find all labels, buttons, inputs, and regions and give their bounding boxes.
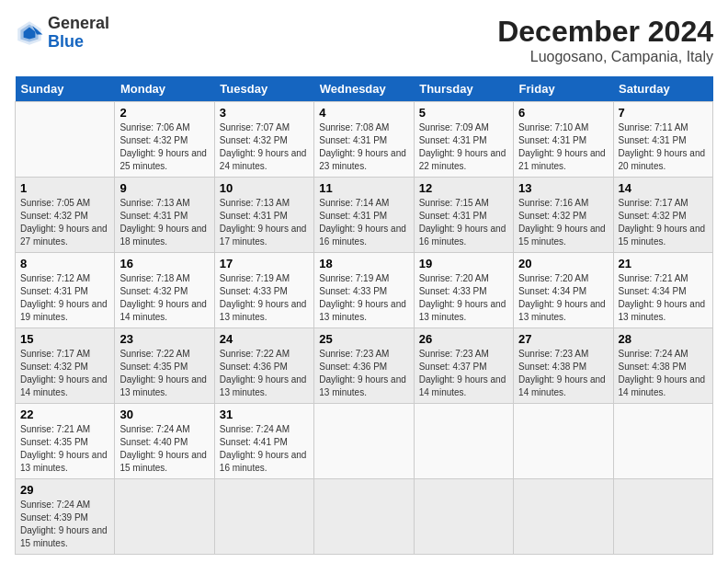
day-detail: Sunrise: 7:13 AMSunset: 4:31 PMDaylight:… [119, 198, 207, 247]
day-detail: Sunrise: 7:12 AMSunset: 4:31 PMDaylight:… [20, 273, 108, 322]
calendar-day-cell: 17 Sunrise: 7:19 AMSunset: 4:33 PMDaylig… [214, 253, 313, 328]
day-detail: Sunrise: 7:23 AMSunset: 4:36 PMDaylight:… [319, 349, 406, 397]
day-number: 29 [20, 483, 109, 497]
col-sunday: Sunday [16, 76, 115, 102]
day-number: 11 [319, 181, 408, 195]
calendar-day-cell: 12 Sunrise: 7:15 AMSunset: 4:31 PMDaylig… [414, 178, 513, 253]
day-detail: Sunrise: 7:19 AMSunset: 4:33 PMDaylight:… [220, 273, 307, 322]
day-detail: Sunrise: 7:24 AMSunset: 4:38 PMDaylight:… [619, 349, 706, 397]
calendar-week-row: 8 Sunrise: 7:12 AMSunset: 4:31 PMDayligh… [16, 253, 713, 328]
day-number: 27 [518, 332, 608, 346]
day-number: 8 [20, 257, 109, 270]
day-number: 15 [20, 332, 109, 346]
calendar-day-cell: 21 Sunrise: 7:21 AMSunset: 4:34 PMDaylig… [613, 253, 712, 328]
col-monday: Monday [115, 76, 214, 102]
calendar-day-cell [115, 479, 214, 555]
day-number: 12 [419, 181, 508, 195]
calendar-day-cell: 10 Sunrise: 7:13 AMSunset: 4:31 PMDaylig… [214, 178, 313, 253]
calendar-day-cell: 8 Sunrise: 7:12 AMSunset: 4:31 PMDayligh… [16, 253, 115, 328]
calendar-week-row: 29 Sunrise: 7:24 AMSunset: 4:39 PMDaylig… [16, 479, 713, 555]
day-detail: Sunrise: 7:13 AMSunset: 4:31 PMDaylight:… [220, 198, 307, 247]
calendar-day-cell: 1 Sunrise: 7:05 AMSunset: 4:32 PMDayligh… [16, 178, 115, 253]
day-number: 20 [518, 257, 608, 270]
day-detail: Sunrise: 7:20 AMSunset: 4:34 PMDaylight:… [518, 273, 606, 322]
calendar-day-cell [613, 404, 712, 479]
day-number: 31 [220, 408, 309, 421]
calendar-day-cell [314, 479, 414, 555]
calendar-day-cell: 27 Sunrise: 7:23 AMSunset: 4:38 PMDaylig… [514, 328, 613, 404]
day-detail: Sunrise: 7:19 AMSunset: 4:33 PMDaylight:… [319, 273, 406, 322]
day-detail: Sunrise: 7:10 AMSunset: 4:31 PMDaylight:… [518, 122, 606, 171]
day-detail: Sunrise: 7:23 AMSunset: 4:38 PMDaylight:… [518, 349, 606, 397]
col-tuesday: Tuesday [214, 76, 313, 102]
calendar-day-cell [16, 102, 115, 178]
calendar-day-cell: 29 Sunrise: 7:24 AMSunset: 4:39 PMDaylig… [16, 479, 115, 555]
day-detail: Sunrise: 7:21 AMSunset: 4:34 PMDaylight:… [619, 273, 706, 322]
title-area: December 2024 Luogosano, Campania, Italy [497, 15, 713, 65]
header: General Blue December 2024 Luogosano, Ca… [15, 15, 713, 65]
calendar-day-cell: 28 Sunrise: 7:24 AMSunset: 4:38 PMDaylig… [613, 328, 712, 404]
calendar-day-cell: 22 Sunrise: 7:21 AMSunset: 4:35 PMDaylig… [16, 404, 115, 479]
day-number: 17 [220, 257, 309, 270]
calendar-day-cell: 4 Sunrise: 7:08 AMSunset: 4:31 PMDayligh… [314, 102, 414, 178]
day-number: 13 [518, 181, 608, 195]
calendar-week-row: 22 Sunrise: 7:21 AMSunset: 4:35 PMDaylig… [16, 404, 713, 479]
day-detail: Sunrise: 7:23 AMSunset: 4:37 PMDaylight:… [419, 349, 506, 397]
calendar-day-cell [613, 479, 712, 555]
day-detail: Sunrise: 7:15 AMSunset: 4:31 PMDaylight:… [419, 198, 506, 247]
day-number: 26 [419, 332, 508, 346]
day-detail: Sunrise: 7:09 AMSunset: 4:31 PMDaylight:… [419, 122, 506, 171]
calendar-day-cell: 3 Sunrise: 7:07 AMSunset: 4:32 PMDayligh… [214, 102, 313, 178]
day-detail: Sunrise: 7:08 AMSunset: 4:31 PMDaylight:… [319, 122, 406, 171]
day-number: 25 [319, 332, 408, 346]
calendar-day-cell: 2 Sunrise: 7:06 AMSunset: 4:32 PMDayligh… [115, 102, 214, 178]
calendar-week-row: 2 Sunrise: 7:06 AMSunset: 4:32 PMDayligh… [16, 102, 713, 178]
day-number: 16 [119, 257, 209, 270]
calendar-day-cell: 19 Sunrise: 7:20 AMSunset: 4:33 PMDaylig… [414, 253, 513, 328]
day-number: 14 [619, 181, 708, 195]
calendar-day-cell [514, 404, 613, 479]
day-number: 22 [20, 408, 109, 421]
day-number: 30 [119, 408, 209, 421]
day-number: 7 [619, 106, 708, 120]
day-detail: Sunrise: 7:16 AMSunset: 4:32 PMDaylight:… [518, 198, 606, 247]
weekday-header-row: Sunday Monday Tuesday Wednesday Thursday… [16, 76, 713, 102]
day-detail: Sunrise: 7:24 AMSunset: 4:40 PMDaylight:… [119, 424, 207, 473]
day-detail: Sunrise: 7:17 AMSunset: 4:32 PMDaylight:… [619, 198, 706, 247]
day-number: 23 [119, 332, 209, 346]
day-detail: Sunrise: 7:20 AMSunset: 4:33 PMDaylight:… [419, 273, 506, 322]
logo-general: General [48, 15, 109, 33]
day-detail: Sunrise: 7:18 AMSunset: 4:32 PMDaylight:… [119, 273, 207, 322]
col-friday: Friday [514, 76, 613, 102]
page-title: December 2024 [497, 15, 713, 49]
day-number: 6 [518, 106, 608, 120]
calendar-day-cell: 31 Sunrise: 7:24 AMSunset: 4:41 PMDaylig… [214, 404, 313, 479]
calendar-week-row: 15 Sunrise: 7:17 AMSunset: 4:32 PMDaylig… [16, 328, 713, 404]
day-detail: Sunrise: 7:05 AMSunset: 4:32 PMDaylight:… [20, 198, 108, 247]
logo-icon [15, 18, 44, 48]
day-number: 2 [119, 106, 209, 120]
logo: General Blue [15, 15, 109, 52]
calendar-day-cell: 9 Sunrise: 7:13 AMSunset: 4:31 PMDayligh… [115, 178, 214, 253]
calendar-day-cell [514, 479, 613, 555]
day-number: 24 [220, 332, 309, 346]
day-number: 5 [419, 106, 508, 120]
day-detail: Sunrise: 7:21 AMSunset: 4:35 PMDaylight:… [20, 424, 108, 473]
calendar-day-cell [414, 404, 513, 479]
day-number: 10 [220, 181, 309, 195]
col-saturday: Saturday [613, 76, 712, 102]
day-detail: Sunrise: 7:06 AMSunset: 4:32 PMDaylight:… [119, 122, 207, 171]
day-detail: Sunrise: 7:14 AMSunset: 4:31 PMDaylight:… [319, 198, 406, 247]
calendar-day-cell: 6 Sunrise: 7:10 AMSunset: 4:31 PMDayligh… [514, 102, 613, 178]
calendar-day-cell [414, 479, 513, 555]
calendar-day-cell: 5 Sunrise: 7:09 AMSunset: 4:31 PMDayligh… [414, 102, 513, 178]
calendar-day-cell: 20 Sunrise: 7:20 AMSunset: 4:34 PMDaylig… [514, 253, 613, 328]
calendar-week-row: 1 Sunrise: 7:05 AMSunset: 4:32 PMDayligh… [16, 178, 713, 253]
day-number: 3 [220, 106, 309, 120]
calendar-day-cell: 7 Sunrise: 7:11 AMSunset: 4:31 PMDayligh… [613, 102, 712, 178]
calendar-day-cell: 18 Sunrise: 7:19 AMSunset: 4:33 PMDaylig… [314, 253, 414, 328]
day-number: 4 [319, 106, 408, 120]
day-detail: Sunrise: 7:24 AMSunset: 4:39 PMDaylight:… [20, 500, 108, 548]
logo-text: General Blue [48, 15, 109, 52]
calendar-day-cell: 26 Sunrise: 7:23 AMSunset: 4:37 PMDaylig… [414, 328, 513, 404]
